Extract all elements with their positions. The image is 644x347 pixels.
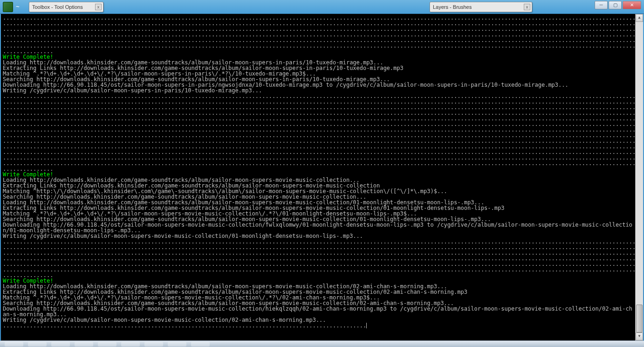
- terminal-line: ........................................…: [3, 267, 633, 272]
- window-controls: ─ ▢ ✕: [595, 1, 641, 9]
- scroll-down-button[interactable]: ▼: [636, 333, 643, 340]
- toolbox-close-button[interactable]: x: [95, 4, 102, 10]
- app-icon: [3, 2, 13, 12]
- layers-close-button[interactable]: x: [524, 4, 530, 10]
- scroll-thumb[interactable]: [636, 305, 643, 333]
- scroll-track[interactable]: [636, 22, 643, 333]
- terminal-container: ........................................…: [1, 14, 643, 340]
- taskbar-item[interactable]: [144, 342, 163, 347]
- terminal-output[interactable]: ........................................…: [1, 14, 635, 340]
- taskbar-item[interactable]: [75, 342, 93, 347]
- taskbar-item[interactable]: [5, 342, 23, 347]
- taskbar-item[interactable]: [98, 342, 116, 347]
- scroll-up-button[interactable]: ▲: [636, 14, 643, 22]
- window-title: ~: [16, 3, 20, 10]
- taskbar-item[interactable]: [121, 342, 140, 347]
- taskbar-item[interactable]: [168, 342, 186, 347]
- terminal-line: ...............: [3, 272, 633, 278]
- close-button[interactable]: ✕: [623, 1, 641, 9]
- terminal-line: ........................................…: [3, 160, 633, 166]
- taskbar-item[interactable]: [191, 342, 210, 347]
- title-bar[interactable]: ~ Toolbox - Tool Options x Layers - Brus…: [0, 0, 644, 14]
- layers-title: Layers - Brushes: [430, 4, 524, 10]
- taskbar[interactable]: [0, 340, 644, 347]
- terminal-line: ........................................…: [3, 323, 633, 328]
- maximize-button[interactable]: ▢: [609, 1, 622, 9]
- taskbar-item[interactable]: [28, 342, 47, 347]
- toolbox-window[interactable]: Toolbox - Tool Options x: [29, 2, 103, 12]
- terminal-line: ...............: [3, 49, 633, 54]
- toolbox-title: Toolbox - Tool Options: [29, 4, 95, 10]
- scrollbar: ▲ ▼: [635, 14, 643, 340]
- terminal-line: ...............: [3, 166, 633, 172]
- terminal-line: Downloading http://66.90.118.45/ost/sail…: [3, 306, 633, 317]
- minimize-button[interactable]: ─: [595, 1, 608, 9]
- terminal-line: ........................................…: [3, 43, 633, 49]
- terminal-line: Downloading http://66.90.118.45/ost/sail…: [3, 222, 633, 233]
- taskbar-item[interactable]: [51, 342, 70, 347]
- layers-window[interactable]: Layers - Brushes x: [430, 2, 532, 12]
